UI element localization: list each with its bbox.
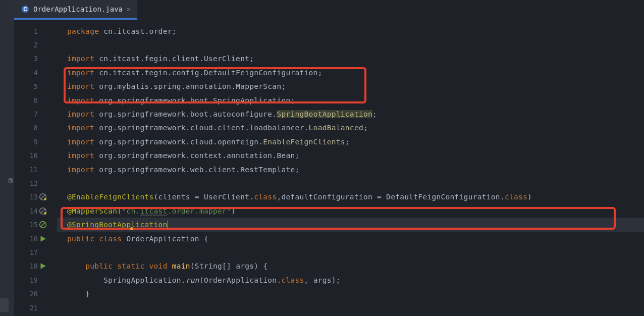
line-number[interactable]: 8 [14,121,47,135]
code-line-current: @SpringBootApplication [57,218,644,231]
line-number[interactable]: 19 [14,273,47,287]
suppress-icon[interactable] [39,221,47,229]
code-line [57,245,644,259]
code-line [57,38,644,51]
code-line: public static void main(String[] args) { [57,259,644,273]
text-caret [168,221,168,229]
code-line: import org.springframework.cloud.client.… [57,121,644,135]
code-line [57,176,644,190]
left-toolstrip[interactable]: 微 [0,0,14,316]
main-area: C OrderApplication.java ✕ 1 2 3 4 5 6 7 … [14,0,644,316]
suppress-warn-icon[interactable] [39,207,47,215]
line-number[interactable]: 21 [14,301,47,314]
code-line: import org.springframework.web.client.Re… [57,163,644,176]
code-area[interactable]: package cn.itcast.order; import cn.itcas… [57,20,644,316]
code-line: import cn.itcast.fegin.client.UserClient… [57,52,644,66]
line-number[interactable]: 2 [14,38,47,51]
svg-line-9 [41,223,45,227]
code-line: SpringApplication.run(OrderApplication.c… [57,273,644,287]
warning-dot-icon [130,227,133,230]
svg-point-4 [44,198,46,200]
svg-marker-10 [40,236,45,241]
ime-indicator [0,298,9,312]
line-number[interactable]: 16 [14,232,47,245]
line-number[interactable]: 10 [14,149,47,163]
code-line: public class OrderApplication { [57,232,644,245]
line-number[interactable]: 12 [14,176,47,190]
run-icon[interactable] [39,262,47,270]
gutter: 1 2 3 4 5 6 7 8 9 10 11 12 13 14 15 16 1 [14,20,47,316]
line-number[interactable]: 18 [14,259,47,273]
line-number[interactable]: 17 [14,245,47,259]
line-number[interactable]: 1 [14,24,47,38]
line-number[interactable]: 6 [14,93,47,107]
editor: 1 2 3 4 5 6 7 8 9 10 11 12 13 14 15 16 1 [14,20,644,316]
fold-column [47,20,57,316]
tab-label: OrderApplication.java [33,5,123,13]
line-number[interactable]: 15 [14,218,47,231]
tab-bar: C OrderApplication.java ✕ [14,0,644,20]
code-line: @MapperScan("cn.itcast.order.mapper") [57,204,644,218]
line-number[interactable]: 20 [14,287,47,300]
line-number[interactable]: 13 [14,190,47,204]
line-number[interactable]: 4 [14,66,47,79]
code-line: import cn.itcast.fegin.config.DefaultFei… [57,66,644,79]
line-number[interactable]: 3 [14,52,47,66]
code-line [57,301,644,314]
line-number[interactable]: 5 [14,80,47,93]
line-number[interactable]: 11 [14,163,47,176]
suppress-warn-icon[interactable] [39,193,47,201]
close-icon[interactable]: ✕ [127,6,130,13]
svg-point-7 [44,212,46,215]
code-line: import org.springframework.cloud.openfei… [57,135,644,148]
tab-orderapplication[interactable]: C OrderApplication.java ✕ [14,0,137,20]
code-line: @EnableFeignClients(clients = UserClient… [57,190,644,204]
java-class-icon: C [21,5,29,13]
svg-text:C: C [23,7,27,12]
code-line: import org.mybatis.spring.annotation.Map… [57,80,644,93]
code-line: import org.springframework.boot.SpringAp… [57,93,644,107]
code-line: import org.springframework.boot.autoconf… [57,107,644,121]
line-number[interactable]: 7 [14,107,47,121]
code-line: package cn.itcast.order; [57,24,644,38]
code-line: } [57,287,644,300]
line-number[interactable]: 14 [14,204,47,218]
line-number[interactable]: 9 [14,135,47,148]
svg-marker-11 [40,264,45,269]
run-icon[interactable] [39,235,47,243]
code-line: import org.springframework.context.annot… [57,149,644,163]
